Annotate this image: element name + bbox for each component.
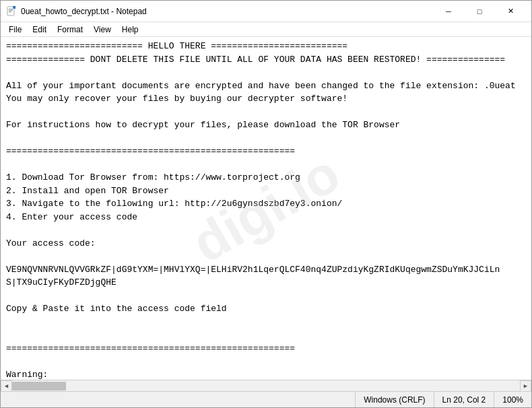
scroll-left-button[interactable]: ◀ <box>1 380 12 392</box>
window-controls: ─ □ ✕ <box>433 1 526 22</box>
status-bar: Windows (CRLF) Ln 20, Col 2 100% <box>1 391 531 407</box>
close-button[interactable]: ✕ <box>495 1 526 22</box>
status-fill <box>1 392 356 407</box>
notepad-window: 0ueat_howto_decrypt.txt - Notepad ─ □ ✕ … <box>0 0 532 408</box>
position-section: Ln 20, Col 2 <box>434 392 495 407</box>
editor-content[interactable]: ========================== HELLO THERE =… <box>6 40 526 380</box>
encoding-section: Windows (CRLF) <box>356 392 434 407</box>
title-bar: 0ueat_howto_decrypt.txt - Notepad ─ □ ✕ <box>1 1 531 22</box>
scroll-track[interactable] <box>12 380 520 391</box>
zoom-section: 100% <box>494 392 531 407</box>
menu-bar: File Edit Format View Help <box>1 22 531 37</box>
horizontal-scrollbar[interactable]: ◀ ▶ <box>1 380 531 391</box>
position-label: Ln 20, Col 2 <box>442 395 486 405</box>
encoding-label: Windows (CRLF) <box>364 395 425 405</box>
svg-rect-3 <box>9 11 11 12</box>
menu-help[interactable]: Help <box>117 24 144 36</box>
menu-view[interactable]: View <box>88 24 117 36</box>
minimize-button[interactable]: ─ <box>433 1 464 22</box>
scroll-thumb[interactable] <box>12 382 66 390</box>
menu-format[interactable]: Format <box>52 24 88 36</box>
maximize-button[interactable]: □ <box>464 1 495 22</box>
editor-area[interactable]: digi.io ========================== HELLO… <box>1 37 531 380</box>
scroll-right-button[interactable]: ▶ <box>520 380 531 392</box>
menu-edit[interactable]: Edit <box>27 24 52 36</box>
menu-file[interactable]: File <box>3 24 27 36</box>
svg-rect-1 <box>9 9 13 9</box>
svg-rect-2 <box>9 10 13 11</box>
zoom-label: 100% <box>502 395 523 405</box>
window-title: 0ueat_howto_decrypt.txt - Notepad <box>21 7 433 16</box>
app-icon <box>6 6 17 17</box>
